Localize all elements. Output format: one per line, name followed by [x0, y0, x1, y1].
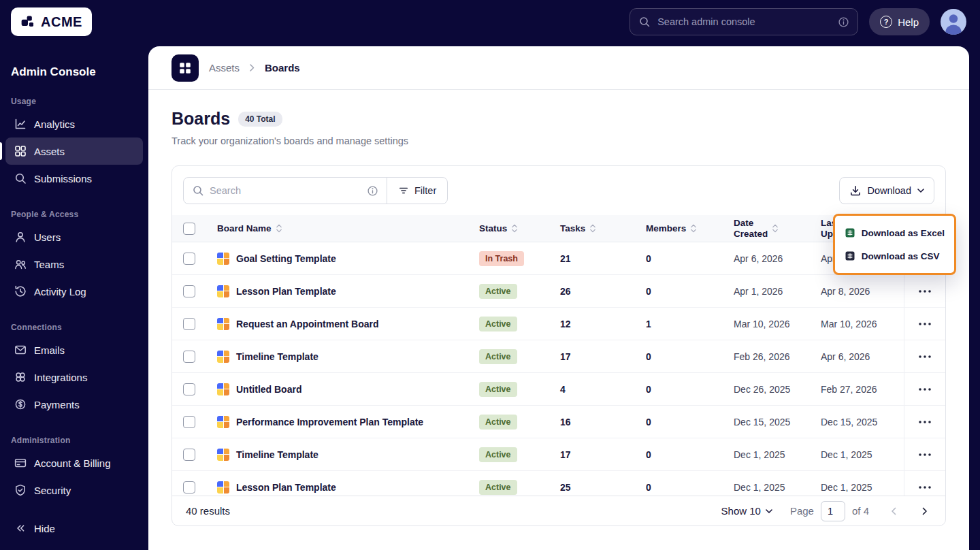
download-menu: Download as Excel Download as CSV [833, 214, 956, 275]
info-icon[interactable] [838, 16, 849, 28]
table-row: Timeline Template Active 17 0 Feb 26, 20… [172, 340, 945, 373]
row-checkbox[interactable] [183, 253, 195, 265]
sort-icon[interactable] [690, 224, 697, 233]
board-name-link[interactable]: Performance Improvement Plan Template [236, 417, 423, 427]
menu-item-download-csv[interactable]: Download as CSV [835, 244, 954, 268]
table-row: Lesson Plan Template Active 25 0 Dec 1, … [172, 471, 945, 496]
board-name-link[interactable]: Lesson Plan Template [236, 286, 336, 297]
chevron-right-icon [922, 507, 928, 515]
row-checkbox[interactable] [183, 481, 195, 494]
sidebar-item-account-billing[interactable]: Account & Billing [5, 449, 143, 476]
previous-page-button[interactable] [887, 504, 900, 518]
sidebar-item-security[interactable]: Security [5, 476, 143, 504]
menu-item-download-excel[interactable]: Download as Excel [835, 221, 954, 244]
row-actions-button[interactable] [915, 351, 935, 362]
sidebar-item-activity-log[interactable]: Activity Log [5, 278, 143, 305]
sidebar-item-integrations[interactable]: Integrations [5, 363, 143, 391]
row-checkbox[interactable] [183, 383, 195, 395]
row-checkbox[interactable] [183, 449, 195, 461]
row-actions-button[interactable] [915, 449, 935, 460]
row-checkbox[interactable] [183, 416, 195, 428]
row-checkbox[interactable] [183, 285, 195, 297]
sidebar-hide-button[interactable]: Hide [5, 515, 143, 542]
board-name-link[interactable]: Timeline Template [236, 449, 318, 460]
teams-icon [14, 257, 27, 271]
filter-button[interactable]: Filter [387, 177, 448, 204]
search-icon [638, 16, 651, 28]
sidebar-item-teams[interactable]: Teams [5, 250, 143, 278]
row-actions-button[interactable] [915, 417, 935, 427]
select-all-checkbox[interactable] [183, 223, 195, 235]
sidebar-item-analytics[interactable]: Analytics [5, 110, 143, 138]
board-name-link[interactable]: Lesson Plan Template [236, 482, 336, 493]
row-checkbox[interactable] [183, 351, 195, 363]
download-label: Download [868, 185, 912, 196]
ellipsis-icon [919, 388, 931, 391]
info-icon[interactable] [367, 185, 378, 197]
download-icon [849, 184, 862, 197]
members-count: 0 [646, 351, 734, 362]
row-actions-button[interactable] [915, 384, 935, 395]
row-actions-button[interactable] [915, 319, 935, 329]
tasks-count: 12 [560, 319, 646, 329]
user-avatar[interactable] [941, 9, 966, 35]
acme-logo[interactable]: ACME [11, 7, 92, 36]
last-updated: Dec 1, 2025 [821, 482, 904, 493]
sidebar-item-label: Submissions [34, 173, 92, 184]
page-size-select[interactable]: Show 10 [721, 505, 772, 517]
assets-grid-icon [172, 54, 199, 82]
table-footer: 40 results Show 10 Page of 4 [172, 496, 945, 525]
members-count: 0 [646, 482, 734, 493]
sidebar-item-submissions[interactable]: Submissions [5, 165, 143, 192]
last-updated: Apr 6, 2026 [821, 351, 904, 362]
ellipsis-icon [919, 355, 931, 358]
payments-icon [14, 398, 27, 411]
board-icon [217, 449, 229, 461]
last-updated: Feb 27, 2026 [821, 384, 904, 395]
sidebar-item-label: Payments [34, 399, 80, 410]
breadcrumb-assets-link[interactable]: Assets [209, 62, 240, 74]
row-actions-button[interactable] [915, 286, 935, 297]
members-count: 0 [646, 253, 734, 264]
row-actions-button[interactable] [915, 482, 935, 493]
sort-icon[interactable] [772, 224, 779, 233]
help-button[interactable]: ? Help [869, 8, 930, 35]
board-name-link[interactable]: Request an Appointment Board [236, 319, 379, 329]
search-icon [192, 184, 204, 197]
download-button[interactable]: Download [839, 177, 935, 204]
help-label: Help [898, 16, 919, 28]
board-name-link[interactable]: Untitled Board [236, 384, 301, 395]
admin-search-box[interactable] [630, 8, 858, 35]
members-count: 1 [646, 319, 734, 329]
board-name-link[interactable]: Goal Setting Template [236, 253, 336, 264]
board-name-link[interactable]: Timeline Template [236, 351, 318, 362]
next-page-button[interactable] [918, 504, 932, 518]
board-icon [217, 481, 229, 494]
admin-search-input[interactable] [657, 16, 831, 27]
page-size-label: Show 10 [721, 505, 761, 517]
sidebar-item-users[interactable]: Users [5, 223, 143, 250]
sort-icon[interactable] [589, 224, 596, 233]
table-search-box[interactable] [183, 177, 387, 204]
sort-icon[interactable] [276, 224, 282, 233]
integrations-icon [14, 370, 27, 384]
status-badge: Active [479, 317, 517, 331]
page-number-input[interactable] [821, 501, 845, 521]
status-badge: Active [479, 284, 517, 299]
sidebar-item-assets[interactable]: Assets [5, 138, 143, 165]
table-row: Performance Improvement Plan Template Ac… [172, 406, 945, 438]
sidebar-item-payments[interactable]: Payments [5, 391, 143, 418]
logo-mark-icon [20, 14, 35, 29]
sort-icon[interactable] [511, 224, 518, 233]
table-search-input[interactable] [210, 185, 361, 196]
ellipsis-icon [919, 486, 931, 489]
filter-icon [398, 185, 409, 196]
page-subtitle: Track your organization's boards and man… [172, 135, 946, 146]
status-badge: Active [479, 382, 517, 397]
user-avatar-icon [941, 9, 966, 35]
sidebar-item-label: Analytics [34, 118, 75, 130]
row-checkbox[interactable] [183, 318, 195, 330]
sidebar-item-emails[interactable]: Emails [5, 336, 143, 363]
tasks-count: 16 [560, 417, 646, 427]
sidebar-title: Admin Console [11, 65, 143, 79]
